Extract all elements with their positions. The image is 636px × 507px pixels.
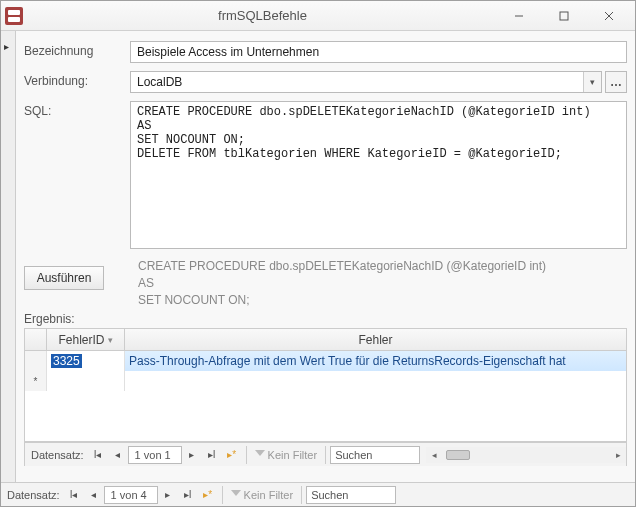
execute-button[interactable]: Ausführen	[24, 266, 104, 290]
outer-nav-filter-indicator[interactable]: Kein Filter	[227, 489, 298, 501]
title-bar: frmSQLBefehle	[1, 1, 635, 31]
app-icon	[5, 7, 23, 25]
cell-fehler-new[interactable]	[125, 371, 626, 391]
nav-next-button[interactable]: ▸	[182, 444, 202, 466]
sql-label: SQL:	[24, 101, 130, 118]
new-row-star-icon: *	[25, 371, 47, 391]
nav-filter-indicator[interactable]: Kein Filter	[251, 449, 322, 461]
hscroll-thumb[interactable]	[446, 450, 470, 460]
result-grid: FehlerID▾ Fehler 3325 Pass-Through-Abfra…	[24, 328, 627, 442]
verbindung-combo[interactable]	[130, 71, 602, 93]
ergebnis-label: Ergebnis:	[24, 312, 627, 326]
hscroll-right-button[interactable]: ▸	[610, 448, 626, 462]
column-header-fehlerid[interactable]: FehlerID▾	[47, 329, 125, 350]
nav-last-button[interactable]: ▸I	[202, 444, 222, 466]
nav-first-button[interactable]: I◂	[88, 444, 108, 466]
bezeichnung-input[interactable]	[130, 41, 627, 63]
cell-fehlerid-new[interactable]	[47, 371, 125, 391]
sql-textarea[interactable]	[130, 101, 627, 249]
table-row[interactable]: 3325 Pass-Through-Abfrage mit dem Wert T…	[25, 351, 626, 371]
nav-search-input[interactable]: Suchen	[330, 446, 420, 464]
record-selector-arrow-icon: ▸	[4, 41, 9, 52]
form-content: ▸ Bezeichnung Verbindung: ▾ … SQL:	[1, 31, 635, 482]
verbindung-browse-button[interactable]: …	[605, 71, 627, 93]
nav-new-button[interactable]: ▸*	[222, 444, 242, 466]
record-selector-strip[interactable]: ▸	[1, 31, 16, 482]
outer-nav-prev-button[interactable]: ◂	[84, 484, 104, 506]
sql-echo-text: CREATE PROCEDURE dbo.spDELETEKategorieNa…	[24, 258, 627, 306]
outer-nav-new-button[interactable]: ▸*	[198, 484, 218, 506]
outer-nav-record-label: Datensatz:	[1, 489, 64, 501]
outer-nav-record-counter[interactable]: 1 von 4	[104, 486, 158, 504]
verbindung-label: Verbindung:	[24, 71, 130, 88]
window-title: frmSQLBefehle	[29, 8, 496, 23]
close-button[interactable]	[586, 1, 631, 30]
funnel-icon	[255, 450, 265, 460]
row-selector-icon[interactable]	[25, 351, 47, 371]
maximize-button[interactable]	[541, 1, 586, 30]
bezeichnung-label: Bezeichnung	[24, 41, 130, 58]
cell-fehlerid[interactable]: 3325	[47, 351, 125, 371]
nav-record-counter[interactable]: 1 von 1	[128, 446, 182, 464]
table-row-new[interactable]: *	[25, 371, 626, 391]
outer-nav-first-button[interactable]: I◂	[64, 484, 84, 506]
column-header-fehler[interactable]: Fehler	[125, 329, 626, 350]
grid-corner[interactable]	[25, 329, 47, 350]
funnel-icon	[231, 490, 241, 500]
chevron-down-icon[interactable]: ▾	[583, 72, 601, 92]
minimize-button[interactable]	[496, 1, 541, 30]
svg-rect-1	[560, 12, 568, 20]
nav-prev-button[interactable]: ◂	[108, 444, 128, 466]
cell-fehler[interactable]: Pass-Through-Abfrage mit dem Wert True f…	[125, 351, 626, 371]
nav-record-label: Datensatz:	[25, 449, 88, 461]
outer-nav-next-button[interactable]: ▸	[158, 484, 178, 506]
outer-nav-search-input[interactable]: Suchen	[306, 486, 396, 504]
outer-nav-last-button[interactable]: ▸I	[178, 484, 198, 506]
hscroll-left-button[interactable]: ◂	[426, 448, 442, 462]
